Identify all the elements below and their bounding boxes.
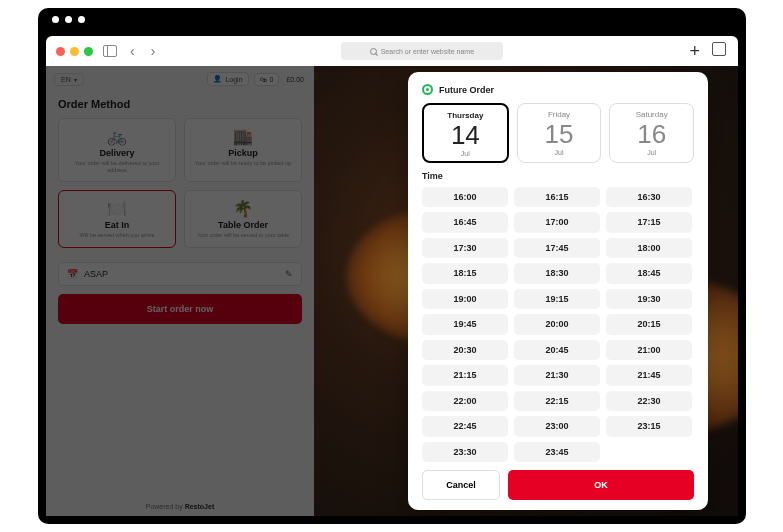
device-window-dots — [52, 16, 85, 23]
time-option[interactable]: 16:30 — [606, 187, 692, 207]
time-option[interactable]: 17:30 — [422, 238, 508, 258]
back-button[interactable]: ‹ — [127, 43, 138, 59]
time-option[interactable]: 20:30 — [422, 340, 508, 360]
modal-header: Future Order — [422, 84, 694, 95]
date-dow: Friday — [522, 110, 597, 119]
radio-selected-icon[interactable] — [422, 84, 433, 95]
modal-title: Future Order — [439, 85, 494, 95]
date-dow: Saturday — [614, 110, 689, 119]
date-month: Jul — [428, 150, 503, 157]
time-grid: 16:0016:1516:3016:4517:0017:1517:3017:45… — [422, 187, 694, 462]
ok-button[interactable]: OK — [508, 470, 694, 500]
date-option-1[interactable]: Friday 15 Jul — [517, 103, 602, 163]
time-option[interactable]: 23:15 — [606, 416, 692, 436]
date-dow: Thursday — [428, 111, 503, 120]
date-option-0[interactable]: Thursday 14 Jul — [422, 103, 509, 163]
url-placeholder: Search or enter website name — [381, 48, 474, 55]
time-option[interactable]: 18:30 — [514, 263, 600, 283]
url-field[interactable]: Search or enter website name — [341, 42, 503, 60]
time-option[interactable]: 19:00 — [422, 289, 508, 309]
future-order-modal: Future Order Thursday 14 Jul Friday 15 J… — [408, 72, 708, 510]
time-option[interactable]: 23:30 — [422, 442, 508, 462]
time-option[interactable]: 20:15 — [606, 314, 692, 334]
search-icon — [370, 48, 377, 55]
date-month: Jul — [614, 149, 689, 156]
time-option[interactable]: 20:45 — [514, 340, 600, 360]
date-day: 15 — [522, 121, 597, 147]
new-tab-button[interactable]: + — [685, 41, 704, 62]
date-month: Jul — [522, 149, 597, 156]
sidebar-toggle-icon[interactable] — [103, 45, 117, 57]
date-day: 14 — [428, 122, 503, 148]
browser-toolbar: ‹ › Search or enter website name + — [46, 36, 738, 66]
maximize-window-button[interactable] — [84, 47, 93, 56]
time-option[interactable]: 22:00 — [422, 391, 508, 411]
time-section-label: Time — [422, 171, 694, 181]
time-option[interactable]: 20:00 — [514, 314, 600, 334]
time-option[interactable]: 18:45 — [606, 263, 692, 283]
cancel-button[interactable]: Cancel — [422, 470, 500, 500]
time-option[interactable]: 19:30 — [606, 289, 692, 309]
date-day: 16 — [614, 121, 689, 147]
traffic-lights — [56, 47, 93, 56]
time-option[interactable]: 19:15 — [514, 289, 600, 309]
time-option[interactable]: 18:00 — [606, 238, 692, 258]
time-option[interactable]: 16:45 — [422, 212, 508, 232]
time-option[interactable]: 23:45 — [514, 442, 600, 462]
time-option[interactable]: 19:45 — [422, 314, 508, 334]
close-window-button[interactable] — [56, 47, 65, 56]
minimize-window-button[interactable] — [70, 47, 79, 56]
time-option[interactable]: 21:15 — [422, 365, 508, 385]
time-option[interactable]: 18:15 — [422, 263, 508, 283]
time-option[interactable]: 17:15 — [606, 212, 692, 232]
time-option[interactable]: 16:00 — [422, 187, 508, 207]
tabs-overview-button[interactable] — [714, 44, 728, 58]
app-viewport: EN ▾ 👤 Login 🛍 0 £0.00 Order Method — [46, 66, 738, 516]
time-option[interactable]: 21:45 — [606, 365, 692, 385]
time-option[interactable]: 22:30 — [606, 391, 692, 411]
time-option[interactable]: 21:30 — [514, 365, 600, 385]
time-option[interactable]: 21:00 — [606, 340, 692, 360]
time-option[interactable]: 22:45 — [422, 416, 508, 436]
time-option[interactable]: 22:15 — [514, 391, 600, 411]
forward-button[interactable]: › — [148, 43, 159, 59]
time-option[interactable]: 16:15 — [514, 187, 600, 207]
date-selector: Thursday 14 Jul Friday 15 Jul Saturday 1… — [422, 103, 694, 163]
modal-footer: Cancel OK — [422, 470, 694, 500]
time-option[interactable]: 17:00 — [514, 212, 600, 232]
date-option-2[interactable]: Saturday 16 Jul — [609, 103, 694, 163]
device-frame: ‹ › Search or enter website name + EN ▾ … — [38, 8, 746, 524]
time-option[interactable]: 17:45 — [514, 238, 600, 258]
time-option[interactable]: 23:00 — [514, 416, 600, 436]
